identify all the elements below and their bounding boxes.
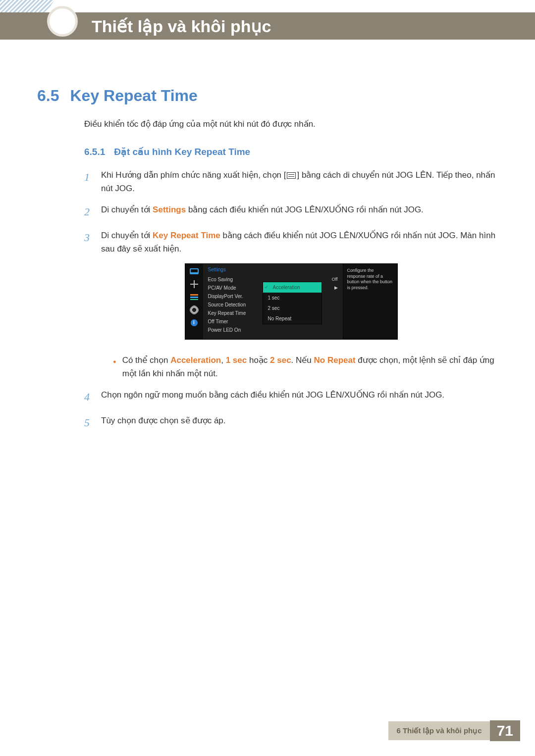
step-1: 1 Khi Hướng dẫn phím chức năng xuất hiện… xyxy=(84,168,498,195)
highlight: 1 sec xyxy=(226,355,247,365)
subsection-number: 6.5.1 xyxy=(84,147,105,157)
step-2: 2 Di chuyển tới Settings bằng cách điều … xyxy=(84,203,498,220)
label: Source Detection xyxy=(208,302,246,307)
steps-list: 1 Khi Hướng dẫn phím chức năng xuất hiện… xyxy=(84,168,498,255)
step-5: 5 Tùy chọn được chọn sẽ được áp. xyxy=(84,414,498,431)
step-number: 3 xyxy=(84,229,91,255)
step-text: Di chuyển tới Key Repeat Time bằng cách … xyxy=(101,229,498,255)
step-text: Chọn ngôn ngữ mong muốn bằng cách điều k… xyxy=(101,388,498,405)
highlight: Acceleration xyxy=(170,355,221,365)
label: DisplayPort Ver. xyxy=(208,294,243,299)
gear-icon xyxy=(190,306,199,313)
option-norepeat: No Repeat xyxy=(263,313,321,324)
chapter-badge xyxy=(47,6,78,37)
text: Di chuyển tới xyxy=(101,231,153,240)
chapter-header: Thiết lập và khôi phục xyxy=(0,12,535,40)
label: Key Repeat Time xyxy=(208,310,246,316)
text: Có thể chọn xyxy=(122,355,171,365)
step-number: 5 xyxy=(84,414,91,431)
text: hoặc xyxy=(247,355,270,365)
menu-icon xyxy=(287,172,296,179)
osd-screenshot: i Settings Eco SavingOff PC/AV Mode▶ Dis… xyxy=(84,263,498,340)
bullet-note: ● Có thể chọn Acceleration, 1 sec hoặc 2… xyxy=(98,349,498,380)
text: , xyxy=(221,355,225,365)
position-icon xyxy=(190,281,199,288)
section-number: 6.5 xyxy=(37,87,59,105)
page-number: 71 xyxy=(490,720,520,741)
osd-menu: Settings Eco SavingOff PC/AV Mode▶ Displ… xyxy=(203,264,343,339)
chapter-title: Thiết lập và khôi phục xyxy=(92,16,271,36)
osd-dropdown: Acceleration 1 sec 2 sec No Repeat xyxy=(263,282,322,324)
menu-list-icon xyxy=(190,294,199,301)
step-number: 4 xyxy=(84,388,91,405)
option-2sec: 2 sec xyxy=(263,303,321,313)
page-footer: 6 Thiết lập và khôi phục 71 xyxy=(388,720,520,741)
osd-icon-rail: i xyxy=(185,264,203,339)
step-4: 4 Chọn ngôn ngữ mong muốn bằng cách điều… xyxy=(84,388,498,405)
step-number: 1 xyxy=(84,168,91,195)
highlight: Settings xyxy=(153,205,186,214)
osd-panel: i Settings Eco SavingOff PC/AV Mode▶ Dis… xyxy=(185,263,398,340)
text: Di chuyển tới xyxy=(101,205,153,214)
option-acceleration: Acceleration xyxy=(263,282,321,293)
step-text: Di chuyển tới Settings bằng cách điều kh… xyxy=(101,203,498,220)
subsection-title: Đặt cấu hình Key Repeat Time xyxy=(114,146,250,157)
osd-item-led: Power LED On xyxy=(208,326,338,334)
bullet-text: Có thể chọn Acceleration, 1 sec hoặc 2 s… xyxy=(122,353,498,380)
label: Acceleration xyxy=(273,285,300,290)
footer-chapter-label: 6 Thiết lập và khôi phục xyxy=(388,721,489,740)
subsection-heading: 6.5.1 Đặt cấu hình Key Repeat Time xyxy=(84,146,498,157)
steps-continued: ● Có thể chọn Acceleration, 1 sec hoặc 2… xyxy=(84,349,498,431)
label: PC/AV Mode xyxy=(208,285,236,291)
info-icon: i xyxy=(190,319,199,326)
step-text: Tùy chọn được chọn sẽ được áp. xyxy=(101,414,498,431)
label: Eco Saving xyxy=(208,277,233,282)
decorative-stripes xyxy=(0,0,54,12)
section-intro: Điều khiển tốc độ đáp ứng của một nút kh… xyxy=(84,119,498,129)
highlight: Key Repeat Time xyxy=(153,231,220,240)
picture-icon xyxy=(190,268,199,275)
chevron-right-icon: ▶ xyxy=(334,285,338,291)
value: Off xyxy=(332,277,338,282)
step-3: 3 Di chuyển tới Key Repeat Time bằng các… xyxy=(84,229,498,255)
highlight: 2 sec xyxy=(270,355,291,365)
osd-help-panel: Configure the response rate of a button … xyxy=(343,264,397,339)
osd-heading: Settings xyxy=(208,267,338,272)
section-heading: 6.5 Key Repeat Time xyxy=(37,87,498,105)
highlight: No Repeat xyxy=(314,355,356,365)
section-title: Key Repeat Time xyxy=(70,87,197,105)
step-number: 2 xyxy=(84,203,91,220)
bullet-icon: ● xyxy=(113,357,116,380)
option-1sec: 1 sec xyxy=(263,293,321,303)
text: Khi Hướng dẫn phím chức năng xuất hiện, … xyxy=(101,170,286,180)
text: bằng cách điều khiển nút JOG LÊN/XUỐNG r… xyxy=(186,205,424,214)
step-text: Khi Hướng dẫn phím chức năng xuất hiện, … xyxy=(101,168,498,195)
page-content: 6.5 Key Repeat Time Điều khiển tốc độ đá… xyxy=(37,87,498,439)
label: Power LED On xyxy=(208,327,241,333)
label: Off Timer xyxy=(208,319,228,324)
text: . Nếu xyxy=(291,355,314,365)
